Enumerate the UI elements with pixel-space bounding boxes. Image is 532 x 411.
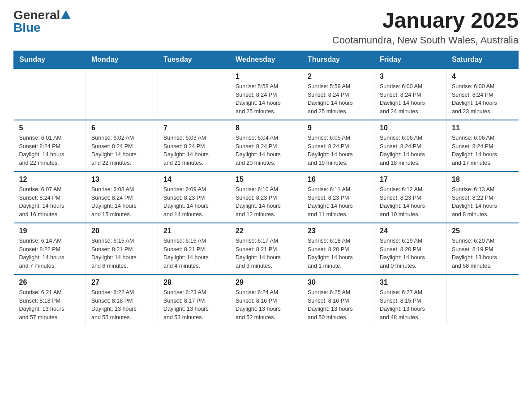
day-number: 3 (380, 73, 441, 81)
calendar-subtitle: Cootamundra, New South Wales, Australia (332, 34, 519, 46)
calendar-cell: 23Sunrise: 6:18 AM Sunset: 8:20 PM Dayli… (302, 223, 374, 274)
day-info: Sunrise: 6:04 AM Sunset: 8:24 PM Dayligh… (236, 134, 296, 167)
day-info: Sunrise: 6:13 AM Sunset: 8:22 PM Dayligh… (452, 185, 513, 219)
calendar-cell: 27Sunrise: 6:22 AM Sunset: 8:18 PM Dayli… (86, 274, 158, 325)
day-number: 7 (163, 124, 224, 132)
day-number: 25 (452, 227, 513, 235)
calendar-cell: 5Sunrise: 6:01 AM Sunset: 8:24 PM Daylig… (14, 120, 86, 171)
day-number: 20 (91, 227, 152, 235)
day-number: 15 (236, 176, 296, 184)
calendar-cell: 29Sunrise: 6:24 AM Sunset: 8:16 PM Dayli… (230, 274, 302, 325)
col-tuesday: Tuesday (158, 51, 230, 68)
day-number: 9 (308, 124, 369, 132)
col-monday: Monday (86, 51, 158, 68)
day-number: 13 (91, 176, 152, 184)
logo-general: General (13, 9, 60, 21)
day-number: 17 (380, 176, 441, 184)
week-row-2: 12Sunrise: 6:07 AM Sunset: 8:24 PM Dayli… (14, 171, 519, 223)
day-number: 28 (163, 278, 224, 287)
col-wednesday: Wednesday (230, 51, 302, 68)
calendar-cell: 28Sunrise: 6:23 AM Sunset: 8:17 PM Dayli… (158, 274, 230, 325)
calendar-cell (86, 68, 158, 120)
calendar-cell: 31Sunrise: 6:27 AM Sunset: 8:15 PM Dayli… (374, 274, 446, 325)
calendar-cell: 22Sunrise: 6:17 AM Sunset: 8:21 PM Dayli… (230, 223, 302, 274)
day-info: Sunrise: 6:09 AM Sunset: 8:23 PM Dayligh… (163, 185, 224, 219)
calendar-cell: 2Sunrise: 5:59 AM Sunset: 8:24 PM Daylig… (302, 68, 374, 120)
day-number: 31 (380, 278, 441, 287)
day-info: Sunrise: 6:18 AM Sunset: 8:20 PM Dayligh… (308, 237, 369, 270)
day-info: Sunrise: 6:25 AM Sunset: 8:16 PM Dayligh… (308, 288, 369, 322)
day-number: 5 (19, 124, 81, 132)
calendar-cell: 25Sunrise: 6:20 AM Sunset: 8:19 PM Dayli… (446, 223, 519, 274)
day-number: 6 (91, 124, 152, 132)
col-sunday: Sunday (14, 51, 86, 68)
calendar-cell: 30Sunrise: 6:25 AM Sunset: 8:16 PM Dayli… (302, 274, 374, 325)
day-number: 1 (236, 73, 296, 81)
calendar-cell: 16Sunrise: 6:11 AM Sunset: 8:23 PM Dayli… (302, 171, 374, 223)
day-info: Sunrise: 6:08 AM Sunset: 8:24 PM Dayligh… (91, 185, 152, 219)
header-area: General Blue January 2025 Cootamundra, N… (13, 9, 519, 46)
calendar-header: Sunday Monday Tuesday Wednesday Thursday… (14, 51, 519, 68)
col-thursday: Thursday (302, 51, 374, 68)
day-info: Sunrise: 6:03 AM Sunset: 8:24 PM Dayligh… (163, 134, 224, 167)
day-number: 12 (19, 176, 81, 184)
calendar-cell: 11Sunrise: 6:06 AM Sunset: 8:24 PM Dayli… (446, 120, 519, 171)
calendar-body: 1Sunrise: 5:58 AM Sunset: 8:24 PM Daylig… (14, 68, 519, 325)
day-info: Sunrise: 6:17 AM Sunset: 8:21 PM Dayligh… (236, 237, 296, 270)
week-row-0: 1Sunrise: 5:58 AM Sunset: 8:24 PM Daylig… (14, 68, 519, 120)
day-info: Sunrise: 6:14 AM Sunset: 8:22 PM Dayligh… (19, 237, 81, 270)
calendar-cell: 3Sunrise: 6:00 AM Sunset: 8:24 PM Daylig… (374, 68, 446, 120)
week-row-3: 19Sunrise: 6:14 AM Sunset: 8:22 PM Dayli… (14, 223, 519, 274)
day-number: 21 (163, 227, 224, 235)
calendar-cell: 1Sunrise: 5:58 AM Sunset: 8:24 PM Daylig… (230, 68, 302, 120)
calendar-cell: 24Sunrise: 6:19 AM Sunset: 8:20 PM Dayli… (374, 223, 446, 274)
col-friday: Friday (374, 51, 446, 68)
day-number: 22 (236, 227, 296, 235)
day-info: Sunrise: 6:11 AM Sunset: 8:23 PM Dayligh… (308, 185, 369, 219)
calendar-cell: 17Sunrise: 6:12 AM Sunset: 8:23 PM Dayli… (374, 171, 446, 223)
day-number: 16 (308, 176, 369, 184)
day-info: Sunrise: 6:24 AM Sunset: 8:16 PM Dayligh… (236, 288, 296, 322)
day-info: Sunrise: 6:05 AM Sunset: 8:24 PM Dayligh… (308, 134, 369, 167)
week-row-4: 26Sunrise: 6:21 AM Sunset: 8:18 PM Dayli… (14, 274, 519, 325)
calendar-cell: 15Sunrise: 6:10 AM Sunset: 8:23 PM Dayli… (230, 171, 302, 223)
day-info: Sunrise: 6:01 AM Sunset: 8:24 PM Dayligh… (19, 134, 81, 167)
day-info: Sunrise: 6:27 AM Sunset: 8:15 PM Dayligh… (380, 288, 441, 322)
calendar-cell: 14Sunrise: 6:09 AM Sunset: 8:23 PM Dayli… (158, 171, 230, 223)
logo: General Blue (13, 9, 71, 34)
calendar-cell: 6Sunrise: 6:02 AM Sunset: 8:24 PM Daylig… (86, 120, 158, 171)
day-info: Sunrise: 6:19 AM Sunset: 8:20 PM Dayligh… (380, 237, 441, 270)
day-number: 8 (236, 124, 296, 132)
calendar-cell (446, 274, 519, 325)
day-info: Sunrise: 6:23 AM Sunset: 8:17 PM Dayligh… (163, 288, 224, 322)
day-number: 23 (308, 227, 369, 235)
day-info: Sunrise: 6:06 AM Sunset: 8:24 PM Dayligh… (452, 134, 513, 167)
day-info: Sunrise: 6:00 AM Sunset: 8:24 PM Dayligh… (380, 82, 441, 116)
calendar-cell: 13Sunrise: 6:08 AM Sunset: 8:24 PM Dayli… (86, 171, 158, 223)
calendar-cell: 20Sunrise: 6:15 AM Sunset: 8:21 PM Dayli… (86, 223, 158, 274)
day-info: Sunrise: 6:02 AM Sunset: 8:24 PM Dayligh… (91, 134, 152, 167)
day-info: Sunrise: 6:15 AM Sunset: 8:21 PM Dayligh… (91, 237, 152, 270)
day-number: 2 (308, 73, 369, 81)
calendar-cell: 19Sunrise: 6:14 AM Sunset: 8:22 PM Dayli… (14, 223, 86, 274)
day-number: 24 (380, 227, 441, 235)
calendar-table: Sunday Monday Tuesday Wednesday Thursday… (13, 51, 519, 325)
day-number: 27 (91, 278, 152, 287)
calendar-cell: 21Sunrise: 6:16 AM Sunset: 8:21 PM Dayli… (158, 223, 230, 274)
calendar-cell: 4Sunrise: 6:00 AM Sunset: 8:24 PM Daylig… (446, 68, 519, 120)
col-saturday: Saturday (446, 51, 519, 68)
calendar-cell: 12Sunrise: 6:07 AM Sunset: 8:24 PM Dayli… (14, 171, 86, 223)
logo-blue: Blue (13, 21, 41, 34)
day-info: Sunrise: 6:16 AM Sunset: 8:21 PM Dayligh… (163, 237, 224, 270)
day-number: 4 (452, 73, 513, 81)
calendar-cell: 9Sunrise: 6:05 AM Sunset: 8:24 PM Daylig… (302, 120, 374, 171)
day-info: Sunrise: 6:20 AM Sunset: 8:19 PM Dayligh… (452, 237, 513, 270)
calendar-cell: 8Sunrise: 6:04 AM Sunset: 8:24 PM Daylig… (230, 120, 302, 171)
header-row: Sunday Monday Tuesday Wednesday Thursday… (14, 51, 519, 68)
title-area: January 2025 Cootamundra, New South Wale… (332, 9, 519, 46)
logo-triangle-icon (61, 10, 71, 19)
week-row-1: 5Sunrise: 6:01 AM Sunset: 8:24 PM Daylig… (14, 120, 519, 171)
day-info: Sunrise: 6:22 AM Sunset: 8:18 PM Dayligh… (91, 288, 152, 322)
day-info: Sunrise: 6:06 AM Sunset: 8:24 PM Dayligh… (380, 134, 441, 167)
calendar-cell (158, 68, 230, 120)
